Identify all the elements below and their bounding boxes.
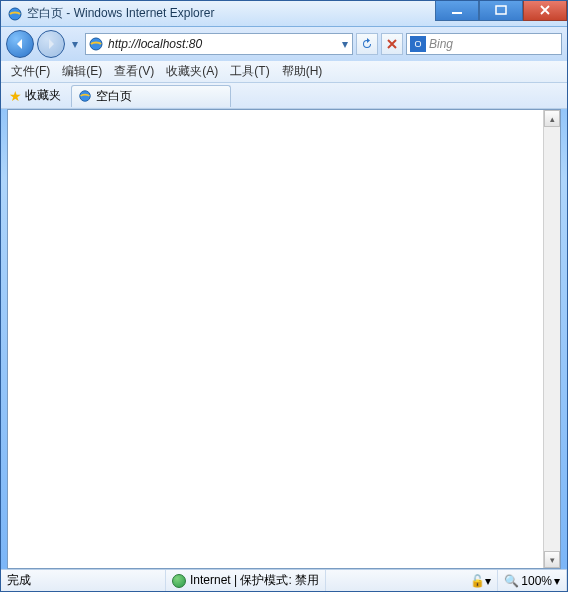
search-box[interactable]: O Bing xyxy=(406,33,562,55)
menu-file[interactable]: 文件(F) xyxy=(7,61,54,82)
search-placeholder: Bing xyxy=(429,37,453,51)
favorites-label: 收藏夹 xyxy=(25,87,61,104)
scroll-down-button[interactable]: ▾ xyxy=(544,551,560,568)
refresh-button[interactable] xyxy=(356,33,378,55)
svg-rect-1 xyxy=(452,12,462,14)
menu-help[interactable]: 帮助(H) xyxy=(278,61,327,82)
menu-edit[interactable]: 编辑(E) xyxy=(58,61,106,82)
protected-mode-icon[interactable]: 🔓▾ xyxy=(464,570,498,591)
search-provider-icon: O xyxy=(410,36,426,52)
window-title: 空白页 - Windows Internet Explorer xyxy=(27,5,435,22)
status-bar: 完成 Internet | 保护模式: 禁用 🔓▾ 🔍 100% ▾ xyxy=(1,569,567,591)
internet-zone-icon xyxy=(172,574,186,588)
forward-button[interactable] xyxy=(37,30,65,58)
url-dropdown[interactable]: ▾ xyxy=(338,34,352,54)
favorites-bar: ★ 收藏夹 空白页 xyxy=(1,83,567,109)
ie-icon xyxy=(7,6,23,22)
status-done: 完成 xyxy=(1,570,166,591)
menu-bar: 文件(F) 编辑(E) 查看(V) 收藏夹(A) 工具(T) 帮助(H) xyxy=(1,61,567,83)
back-button[interactable] xyxy=(6,30,34,58)
menu-tools[interactable]: 工具(T) xyxy=(226,61,273,82)
vertical-scrollbar[interactable]: ▴ ▾ xyxy=(543,110,560,568)
tab-title: 空白页 xyxy=(96,88,132,105)
zoom-icon: 🔍 xyxy=(504,574,519,588)
zoom-control[interactable]: 🔍 100% ▾ xyxy=(498,570,567,591)
tab-icon xyxy=(78,89,92,103)
zoom-value: 100% xyxy=(521,574,552,588)
nav-history-dropdown[interactable]: ▾ xyxy=(68,37,82,51)
scroll-up-button[interactable]: ▴ xyxy=(544,110,560,127)
menu-favorites[interactable]: 收藏夹(A) xyxy=(162,61,222,82)
svg-rect-2 xyxy=(496,6,506,14)
star-icon: ★ xyxy=(9,88,22,104)
status-zone: Internet | 保护模式: 禁用 xyxy=(166,570,326,591)
menu-view[interactable]: 查看(V) xyxy=(110,61,158,82)
nav-toolbar: ▾ ▾ O Bing xyxy=(1,27,567,61)
maximize-button[interactable] xyxy=(479,1,523,21)
minimize-button[interactable] xyxy=(435,1,479,21)
tab-blank[interactable]: 空白页 xyxy=(71,85,231,107)
title-bar: 空白页 - Windows Internet Explorer xyxy=(1,1,567,27)
address-bar: ▾ xyxy=(85,33,353,55)
content-area: ▴ ▾ xyxy=(7,109,561,569)
stop-button[interactable] xyxy=(381,33,403,55)
close-button[interactable] xyxy=(523,1,567,21)
url-input[interactable] xyxy=(106,34,338,54)
page-icon xyxy=(88,36,104,52)
favorites-button[interactable]: ★ 收藏夹 xyxy=(5,85,65,106)
